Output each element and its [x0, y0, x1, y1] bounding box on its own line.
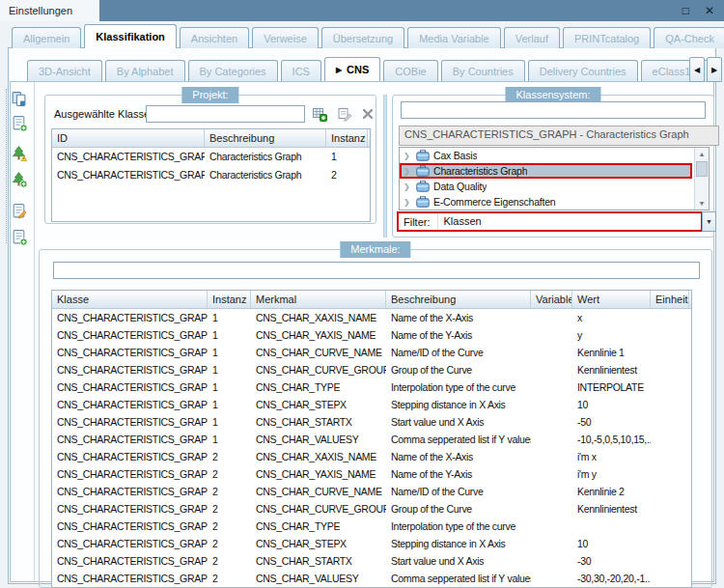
tab-label: ICS	[292, 66, 310, 77]
table-row[interactable]: CNS_CHARACTERISTICS_GRAPH1CNS_CHAR_YAXIS…	[52, 326, 691, 344]
tab-verweise[interactable]: Verweise	[252, 27, 319, 48]
tab-ansichten[interactable]: Ansichten	[180, 27, 249, 48]
class-search-input[interactable]	[401, 101, 706, 119]
toolbar-gripper[interactable]	[6, 89, 7, 243]
table-row[interactable]: CNS_CHARACTERISTICS_GRAPH2CNS_CHAR_YAXIS…	[52, 465, 691, 483]
column-header-variable[interactable]: Variable	[531, 291, 572, 308]
cell-beschreibung: Name of the X-Axis	[386, 309, 531, 326]
tab-by-alphabet[interactable]: By Alphabet	[105, 60, 185, 81]
scroll-tabs-right-button[interactable]: ▶	[707, 57, 722, 82]
add-document-icon[interactable]	[10, 114, 27, 131]
tab-klassifikation[interactable]: Klassifikation	[84, 24, 177, 48]
tab-printcatalog[interactable]: PRINTcatalog	[563, 27, 651, 48]
tab-label: Ansichten	[191, 33, 237, 44]
window-title: Einstellungen	[9, 5, 72, 16]
cell-beschreibung: Comma sepperated list if Y values	[386, 570, 531, 587]
expand-chevron-icon[interactable]: ❯	[404, 167, 412, 176]
table-row[interactable]: CNS_CHARACTERISTICS_GRAPH2CNS_CHAR_TYPEI…	[52, 518, 691, 535]
table-row[interactable]: CNS_CHARACTERISTICS_GRAPHCharacteristics…	[52, 166, 370, 184]
table-row[interactable]: CNS_CHARACTERISTICS_GRAPH1CNS_CHAR_VALUE…	[52, 431, 691, 448]
remove-class-button[interactable]	[359, 105, 376, 122]
table-row[interactable]: CNS_CHARACTERISTICS_GRAPH1CNS_CHAR_XAXIS…	[52, 309, 691, 326]
filter-value[interactable]: Klassen	[437, 213, 702, 230]
tab-übersetzung[interactable]: Übersetzung	[321, 27, 404, 48]
tab-label: Media Variable	[419, 33, 489, 44]
cell-instanz: 2	[208, 552, 251, 570]
tab-3d-ansicht[interactable]: 3D-Ansicht	[27, 60, 102, 81]
tree-scrollbar[interactable]: ▲ ▼	[694, 148, 709, 210]
table-row[interactable]: CNS_CHARACTERISTICS_GRAPH1CNS_CHAR_CURVE…	[52, 361, 691, 378]
cell-wert: i'm y	[572, 465, 651, 483]
table-row[interactable]: CNS_CHARACTERISTICS_GRAPH1CNS_CHAR_START…	[52, 413, 691, 431]
window-title-tab[interactable]: Einstellungen	[0, 0, 99, 21]
tab-cns[interactable]: ▶CNS	[324, 57, 380, 81]
copy-document-icon[interactable]	[10, 90, 27, 107]
cell-wert: Kennlinie 2	[572, 483, 651, 500]
column-header-instanz[interactable]: Instanz	[326, 129, 368, 147]
selected-classes-input[interactable]	[146, 105, 305, 123]
table-row[interactable]: CNS_CHARACTERISTICS_GRAPH1CNS_CHAR_TYPEI…	[52, 378, 691, 396]
tree-node-characteristics-graph[interactable]: ❯Characteristics Graph	[400, 163, 692, 179]
scrollbar-thumb[interactable]	[696, 161, 708, 177]
cell-wert: 10	[572, 396, 651, 413]
table-row[interactable]: CNS_CHARACTERISTICS_GRAPH2CNS_CHAR_START…	[52, 552, 691, 570]
close-icon[interactable]: ✕	[705, 5, 714, 16]
cell-beschreibung: Stepping distance in X Axis	[386, 396, 531, 413]
expand-chevron-icon[interactable]: ❯	[404, 198, 412, 207]
column-header-wert[interactable]: Wert	[572, 291, 651, 308]
tab-verlauf[interactable]: Verlauf	[504, 27, 560, 48]
add-page-icon[interactable]	[10, 228, 27, 245]
column-header-id[interactable]: ID	[52, 129, 205, 147]
tab-by-categories[interactable]: By Categories	[188, 60, 278, 81]
column-header-merkmal[interactable]: Merkmal	[251, 291, 386, 308]
tab-label: COBie	[395, 66, 426, 77]
column-header-beschreibung[interactable]: Beschreibung	[205, 129, 326, 147]
table-row[interactable]: CNS_CHARACTERISTICS_GRAPHCharacteristics…	[52, 148, 370, 166]
column-header-einheit[interactable]: Einheit	[651, 291, 689, 308]
expand-chevron-icon[interactable]: ❯	[404, 152, 412, 160]
attributes-search-input[interactable]	[53, 262, 700, 279]
expand-chevron-icon[interactable]: ❯	[404, 182, 412, 191]
tree-warning-icon[interactable]	[10, 144, 27, 161]
tab-ics[interactable]: ICS	[281, 60, 321, 81]
cell-merkmal: CNS_CHAR_XAXIS_NAME	[251, 309, 386, 326]
delete-x-icon	[360, 106, 376, 122]
table-row[interactable]: CNS_CHARACTERISTICS_GRAPH1CNS_CHAR_CURVE…	[52, 344, 691, 361]
edit-class-button[interactable]	[336, 105, 352, 122]
table-row[interactable]: CNS_CHARACTERISTICS_GRAPH2CNS_CHAR_STEPX…	[52, 535, 691, 552]
tree-add-icon[interactable]	[10, 170, 27, 187]
tab-cobie[interactable]: COBie	[383, 60, 437, 81]
tree-node-label: Cax Basis	[433, 150, 477, 161]
tab-allgemein[interactable]: Allgemein	[12, 27, 81, 48]
filter-combobox[interactable]: Filter: Klassen	[397, 211, 703, 232]
table-row[interactable]: CNS_CHARACTERISTICS_GRAPH2CNS_CHAR_VALUE…	[52, 570, 691, 587]
edit-document-icon[interactable]	[10, 202, 27, 219]
table-row[interactable]: CNS_CHARACTERISTICS_GRAPH2CNS_CHAR_XAXIS…	[52, 448, 691, 465]
table-row[interactable]: CNS_CHARACTERISTICS_GRAPH2CNS_CHAR_CURVE…	[52, 500, 691, 518]
cell-variable	[531, 396, 572, 413]
tree-node-data-quality[interactable]: ❯Data Quality	[400, 179, 692, 194]
add-class-button[interactable]	[311, 105, 327, 122]
table-row[interactable]: CNS_CHARACTERISTICS_GRAPH1CNS_CHAR_STEPX…	[52, 396, 691, 413]
table-row[interactable]: CNS_CHARACTERISTICS_GRAPH2CNS_CHAR_CURVE…	[52, 483, 691, 500]
scroll-up-icon[interactable]: ▲	[695, 148, 709, 160]
tab-delivery-countries[interactable]: Delivery Countries	[528, 60, 638, 81]
tree-node-cax-basis[interactable]: ❯Cax Basis	[400, 148, 692, 163]
scroll-tabs-left-button[interactable]: ◀	[689, 57, 705, 82]
column-header-instanz[interactable]: Instanz	[208, 291, 251, 308]
maximize-icon[interactable]: □	[682, 5, 689, 16]
column-header-beschreibung[interactable]: Beschreibung	[386, 291, 531, 308]
cell-instanz: 1	[208, 361, 251, 378]
selected-tab-arrow-icon: ▶	[336, 66, 342, 74]
cell-merkmal: CNS_CHAR_XAXIS_NAME	[251, 448, 386, 465]
filter-dropdown-button[interactable]: ▼	[702, 211, 716, 232]
tab-media-variable[interactable]: Media Variable	[407, 27, 501, 48]
scroll-down-icon[interactable]: ▼	[695, 197, 709, 210]
column-header-klasse[interactable]: Klasse	[52, 291, 208, 308]
cell-merkmal: CNS_CHAR_VALUESY	[251, 431, 386, 448]
cell-beschreibung: Start value und X Axis	[386, 552, 531, 570]
tab-qa-check[interactable]: QA-Check	[654, 27, 724, 48]
vertical-splitter[interactable]	[383, 95, 387, 238]
tree-node-e-commerce-eigenschaften[interactable]: ❯E-Commerce Eigenschaften	[400, 194, 692, 210]
tab-by-countries[interactable]: By Countries	[441, 60, 525, 81]
